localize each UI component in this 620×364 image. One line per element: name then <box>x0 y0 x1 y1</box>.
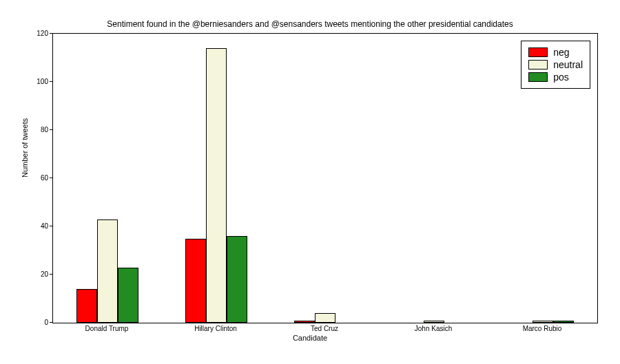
ytick-label: 80 <box>41 126 48 133</box>
bar-neutral <box>315 313 335 323</box>
ytick-label: 120 <box>37 30 48 37</box>
xtick-label: Marco Rubio <box>523 325 562 332</box>
bar-neutral <box>97 220 118 323</box>
bar-neg <box>185 239 206 323</box>
legend-swatch-neg <box>528 47 548 57</box>
xtick-label: Hillary Clinton <box>194 325 237 332</box>
ytick-label: 0 <box>44 319 48 326</box>
legend-label-neutral: neutral <box>553 59 583 70</box>
bar-neutral <box>424 321 444 323</box>
y-axis-label: Number of tweets <box>21 118 29 178</box>
legend-item-neutral: neutral <box>528 59 583 70</box>
legend-swatch-pos <box>528 72 548 82</box>
ytick-mark <box>50 322 52 323</box>
xtick-label: John Kasich <box>415 325 452 332</box>
legend-item-pos: pos <box>528 72 583 83</box>
bar-neg <box>294 321 315 323</box>
ytick-mark <box>50 274 52 275</box>
chart-title: Sentiment found in the @berniesanders an… <box>0 19 620 29</box>
bar-pos <box>227 236 247 323</box>
x-axis-label: Candidate <box>0 334 620 342</box>
ytick-mark <box>50 129 52 130</box>
chart-container: Sentiment found in the @berniesanders an… <box>0 0 620 364</box>
bar-pos <box>553 321 574 323</box>
ytick-label: 100 <box>37 78 48 85</box>
legend-item-neg: neg <box>528 47 583 58</box>
ytick-mark <box>50 81 52 82</box>
legend-swatch-neutral <box>528 60 548 69</box>
ytick-label: 40 <box>41 222 48 230</box>
ytick-label: 60 <box>41 174 48 182</box>
ytick-mark <box>50 33 52 34</box>
ytick-mark <box>50 178 52 178</box>
ytick-mark <box>50 226 52 226</box>
legend-label-neg: neg <box>553 47 569 58</box>
legend-label-pos: pos <box>553 72 569 83</box>
ytick-label: 20 <box>41 270 48 278</box>
bar-neg <box>76 289 97 323</box>
legend: neg neutral pos <box>521 41 590 89</box>
xtick-label: Ted Cruz <box>311 325 338 332</box>
plot-area: neg neutral pos <box>52 33 598 323</box>
xtick-label: Donald Trump <box>85 325 129 332</box>
bar-pos <box>118 268 138 323</box>
bar-neutral <box>206 48 227 323</box>
bar-neutral <box>533 321 553 323</box>
